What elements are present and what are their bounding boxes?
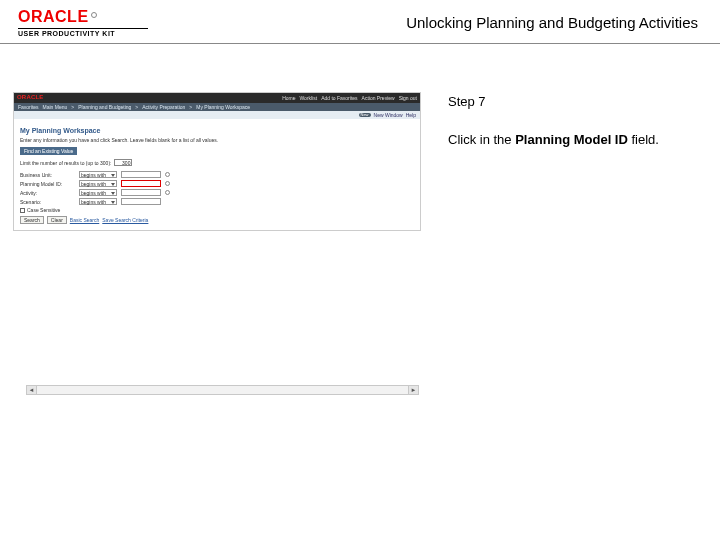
step-instruction: Click in the Planning Model ID field. (448, 130, 692, 150)
breadcrumb: Favorites Main Menu> Planning and Budget… (14, 103, 420, 111)
instruction-prefix: Click in the (448, 132, 515, 147)
scroll-right-icon[interactable]: ► (408, 386, 418, 394)
top-link[interactable]: Action Preview (362, 95, 395, 101)
crumb[interactable]: Activity Preparation (142, 104, 185, 110)
instruction-pane: Step 7 Click in the Planning Model ID fi… (432, 44, 702, 444)
row-planning-model-id: Planning Model ID: begins with (20, 180, 414, 187)
lookup-icon[interactable] (165, 181, 170, 186)
planning-model-id-input[interactable] (121, 180, 161, 187)
limit-input[interactable]: 300 (114, 159, 132, 166)
crumb[interactable]: Planning and Budgeting (78, 104, 131, 110)
content-area: ORACLE Home Worklist Add to Favorites Ac… (0, 44, 720, 444)
app-window: ORACLE Home Worklist Add to Favorites Ac… (13, 92, 421, 231)
brand-block: ORACLE USER PRODUCTIVITY KIT (18, 8, 148, 37)
case-sensitive-checkbox[interactable] (20, 208, 25, 213)
instruction-suffix: field. (628, 132, 659, 147)
horizontal-scrollbar[interactable]: ◄ ► (26, 385, 419, 395)
top-link[interactable]: Home (282, 95, 295, 101)
crumb[interactable]: Favorites (18, 104, 39, 110)
field-label: Planning Model ID: (20, 181, 75, 187)
scenario-input[interactable] (121, 198, 161, 205)
page-title: Unlocking Planning and Budgeting Activit… (148, 8, 708, 31)
operator-select[interactable]: begins with (79, 198, 117, 205)
lookup-icon[interactable] (165, 190, 170, 195)
operator-select[interactable]: begins with (79, 171, 117, 178)
new-pill[interactable]: New (359, 113, 371, 118)
field-label: Scenario: (20, 199, 75, 205)
operator-select[interactable]: begins with (79, 180, 117, 187)
app-page-subtitle: Enter any information you have and click… (20, 137, 414, 143)
top-link[interactable]: Add to Favorites (321, 95, 357, 101)
crumb[interactable]: Main Menu (43, 104, 68, 110)
operator-select[interactable]: begins with (79, 189, 117, 196)
topbar-links: Home Worklist Add to Favorites Action Pr… (282, 95, 417, 101)
activity-input[interactable] (121, 189, 161, 196)
business-unit-input[interactable] (121, 171, 161, 178)
basic-search-link[interactable]: Basic Search (70, 217, 99, 223)
search-button[interactable]: Search (20, 216, 44, 224)
page-header: ORACLE USER PRODUCTIVITY KIT Unlocking P… (0, 0, 720, 44)
app-body: My Planning Workspace Enter any informat… (14, 119, 420, 230)
row-activity: Activity: begins with (20, 189, 414, 196)
app-subbar: New New Window Help (14, 111, 420, 119)
row-scenario: Scenario: begins with (20, 198, 414, 205)
instruction-field-name: Planning Model ID (515, 132, 628, 147)
app-brand: ORACLE (17, 94, 44, 101)
lookup-icon[interactable] (165, 172, 170, 177)
save-search-link[interactable]: Save Search Criteria (102, 217, 148, 223)
top-link[interactable]: Sign out (399, 95, 417, 101)
crumb[interactable]: My Planning Workspace (196, 104, 250, 110)
help-link[interactable]: Help (406, 112, 416, 118)
limit-label: Limit the number of results to (up to 30… (20, 160, 111, 166)
app-topbar: ORACLE Home Worklist Add to Favorites Ac… (14, 93, 420, 103)
limit-row: Limit the number of results to (up to 30… (20, 159, 414, 166)
top-link[interactable]: Worklist (299, 95, 317, 101)
field-label: Activity: (20, 190, 75, 196)
button-row: Search Clear Basic Search Save Search Cr… (20, 216, 414, 224)
step-label: Step 7 (448, 92, 692, 112)
oracle-logo: ORACLE (18, 8, 89, 26)
screenshot-pane: ORACLE Home Worklist Add to Favorites Ac… (0, 44, 432, 444)
scroll-left-icon[interactable]: ◄ (27, 386, 37, 394)
case-sensitive-label: Case Sensitive (27, 207, 60, 213)
app-page-title: My Planning Workspace (20, 127, 414, 135)
field-label: Business Unit: (20, 172, 75, 178)
row-business-unit: Business Unit: begins with (20, 171, 414, 178)
case-sensitive-row: Case Sensitive (20, 207, 414, 213)
find-existing-tab[interactable]: Find an Existing Value (20, 147, 77, 155)
scroll-track[interactable] (37, 386, 408, 394)
clear-button[interactable]: Clear (47, 216, 67, 224)
new-window-link[interactable]: New Window (374, 112, 403, 118)
brand-subtitle: USER PRODUCTIVITY KIT (18, 28, 148, 37)
